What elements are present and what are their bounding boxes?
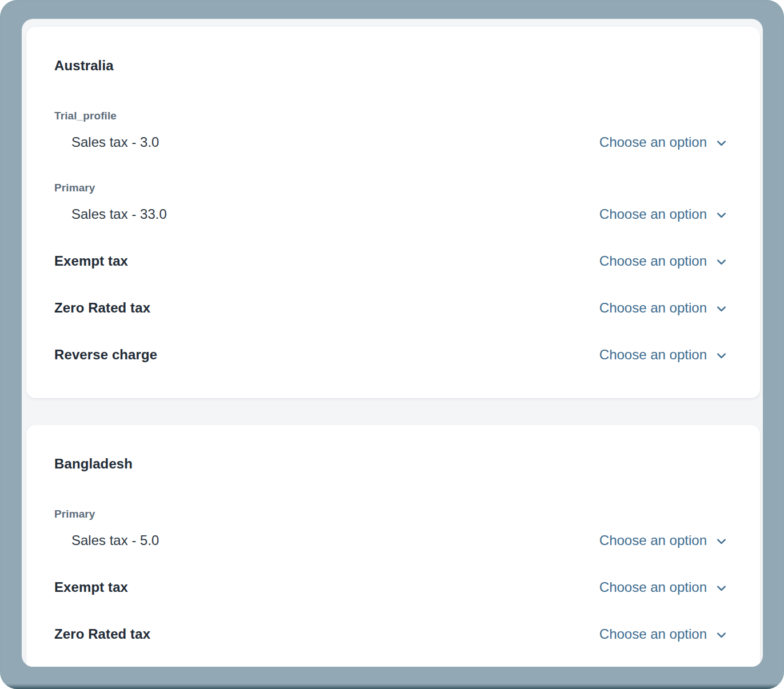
profile-name-label: Trial_profile <box>54 109 728 122</box>
tax-rate-row: Sales tax - 3.0 Choose an option <box>54 134 728 150</box>
tax-type-row: Zero Rated tax Choose an option <box>54 626 728 642</box>
choose-option-label: Choose an option <box>599 134 707 150</box>
choose-option-dropdown[interactable]: Choose an option <box>599 300 728 316</box>
country-title: Bangladesh <box>54 456 728 472</box>
country-rows: Primary Sales tax - 5.0 Choose an option… <box>54 507 728 642</box>
choose-option-dropdown[interactable]: Choose an option <box>599 206 728 222</box>
tax-profile-block: Trial_profile Sales tax - 3.0 Choose an … <box>54 109 728 150</box>
profile-name-label: Primary <box>54 181 728 194</box>
tax-type-label: Exempt tax <box>54 253 128 269</box>
tax-type-row: Exempt tax Choose an option <box>54 253 728 269</box>
choose-option-label: Choose an option <box>599 300 707 316</box>
tax-type-block: Zero Rated tax Choose an option <box>54 626 728 642</box>
country-card: Bangladesh Primary Sales tax - 5.0 Choos… <box>26 425 760 667</box>
chevron-down-icon <box>715 255 728 269</box>
chevron-down-icon <box>715 628 728 642</box>
choose-option-dropdown[interactable]: Choose an option <box>599 579 728 595</box>
tax-type-row: Reverse charge Choose an option <box>54 347 728 363</box>
chevron-down-icon <box>715 209 728 222</box>
country-rows: Trial_profile Sales tax - 3.0 Choose an … <box>54 109 728 363</box>
tax-type-label: Zero Rated tax <box>54 300 150 316</box>
choose-option-dropdown[interactable]: Choose an option <box>599 532 728 548</box>
choose-option-dropdown[interactable]: Choose an option <box>599 347 728 363</box>
tax-type-row: Exempt tax Choose an option <box>54 579 728 595</box>
choose-option-label: Choose an option <box>599 253 707 269</box>
choose-option-label: Choose an option <box>599 626 707 642</box>
choose-option-label: Choose an option <box>599 347 707 363</box>
tax-defaults-list: Australia Trial_profile Sales tax - 3.0 … <box>22 19 763 667</box>
chevron-down-icon <box>715 535 728 548</box>
chevron-down-icon <box>715 582 728 595</box>
tax-rate-value: Sales tax - 33.0 <box>54 206 167 222</box>
choose-option-label: Choose an option <box>599 579 707 595</box>
profile-name-label: Primary <box>54 507 728 520</box>
tax-type-row: Zero Rated tax Choose an option <box>54 300 728 316</box>
tax-type-label: Zero Rated tax <box>54 626 150 642</box>
window-bottom-edge <box>0 684 784 689</box>
tax-type-block: Zero Rated tax Choose an option <box>54 300 728 316</box>
tax-type-block: Reverse charge Choose an option <box>54 347 728 363</box>
tax-profile-block: Primary Sales tax - 33.0 Choose an optio… <box>54 181 728 222</box>
chevron-down-icon <box>715 137 728 150</box>
choose-option-label: Choose an option <box>599 532 707 548</box>
page-background: Australia Trial_profile Sales tax - 3.0 … <box>22 19 763 667</box>
choose-option-dropdown[interactable]: Choose an option <box>599 253 728 269</box>
country-card: Australia Trial_profile Sales tax - 3.0 … <box>26 27 760 398</box>
chevron-down-icon <box>715 349 728 362</box>
tax-rate-value: Sales tax - 3.0 <box>54 134 159 150</box>
tax-rate-row: Sales tax - 33.0 Choose an option <box>54 206 728 222</box>
choose-option-dropdown[interactable]: Choose an option <box>599 134 728 150</box>
tax-type-label: Reverse charge <box>54 347 157 363</box>
tax-profile-block: Primary Sales tax - 5.0 Choose an option <box>54 507 728 548</box>
choose-option-dropdown[interactable]: Choose an option <box>599 626 728 642</box>
chevron-down-icon <box>715 302 728 315</box>
tax-type-block: Exempt tax Choose an option <box>54 579 728 595</box>
tax-rate-row: Sales tax - 5.0 Choose an option <box>54 532 728 548</box>
window-frame: Australia Trial_profile Sales tax - 3.0 … <box>0 0 784 689</box>
choose-option-label: Choose an option <box>599 206 707 222</box>
tax-rate-value: Sales tax - 5.0 <box>54 532 159 548</box>
tax-type-block: Exempt tax Choose an option <box>54 253 728 269</box>
country-title: Australia <box>54 58 728 74</box>
tax-type-label: Exempt tax <box>54 579 128 595</box>
